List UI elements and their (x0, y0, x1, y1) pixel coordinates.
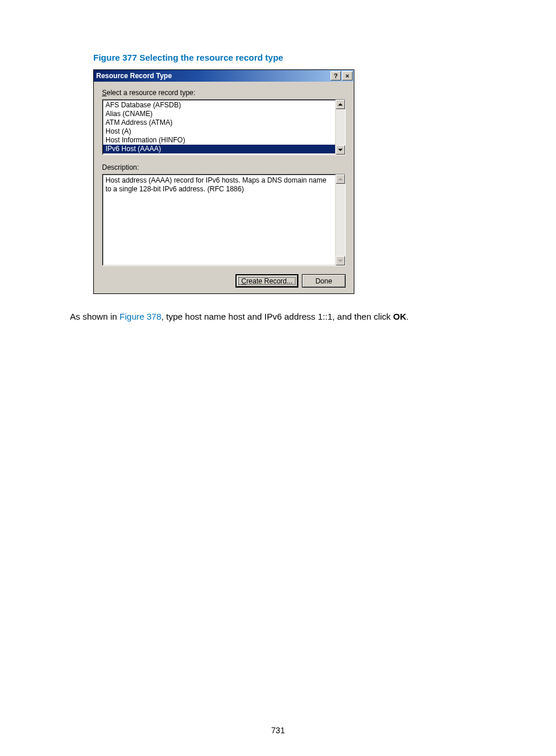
list-item[interactable]: Host Information (HINFO) (103, 136, 335, 145)
list-item[interactable]: IPv6 Host (AAAA) (103, 145, 335, 153)
list-item[interactable]: Alias (CNAME) (103, 110, 335, 118)
description-text: Host address (AAAA) record for IPv6 host… (103, 174, 336, 265)
list-item[interactable]: Host (A) (103, 127, 335, 136)
description-scrollbar (336, 174, 345, 265)
record-type-listbox[interactable]: AFS Database (AFSDB)Alias (CNAME)ATM Add… (102, 99, 346, 155)
create-record-button[interactable]: Create Record... (235, 274, 298, 288)
scroll-track[interactable] (336, 109, 345, 145)
figure-caption: Figure 377 Selecting the resource record… (93, 52, 486, 62)
dialog-titlebar: Resource Record Type ? × (94, 70, 354, 82)
list-item[interactable]: ATM Address (ATMA) (103, 118, 335, 127)
list-item[interactable]: AFS Database (AFSDB) (103, 101, 335, 110)
listbox-scrollbar[interactable] (336, 100, 345, 155)
done-button[interactable]: Done (302, 274, 346, 288)
dialog-title: Resource Record Type (96, 72, 172, 80)
select-record-type-label: Select a resource record type: (102, 89, 346, 97)
scroll-up-button (336, 174, 345, 184)
description-box: Host address (AAAA) record for IPv6 host… (102, 174, 346, 266)
help-button[interactable]: ? (330, 71, 341, 80)
scroll-down-button[interactable] (336, 145, 345, 155)
scroll-track (336, 184, 345, 256)
figure-378-link[interactable]: Figure 378 (119, 312, 161, 321)
scroll-up-button[interactable] (336, 100, 345, 109)
close-button[interactable]: × (342, 71, 353, 80)
page-number: 731 (0, 726, 556, 735)
description-label: Description: (102, 163, 346, 172)
resource-record-type-dialog: Resource Record Type ? × Select a resour… (93, 69, 354, 294)
scroll-down-button (336, 256, 345, 265)
body-paragraph: As shown in Figure 378, type host name h… (70, 310, 486, 323)
